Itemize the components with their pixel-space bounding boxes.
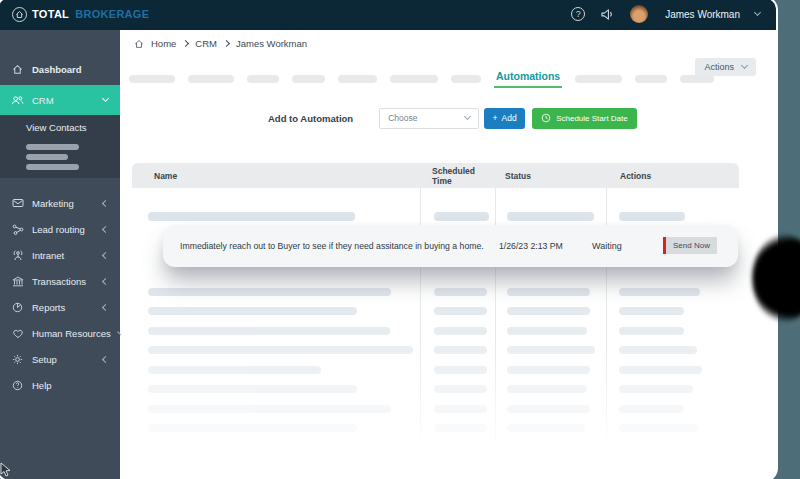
table-header: Name Scheduled Time Status Actions: [132, 163, 739, 188]
tab-skeleton: [188, 75, 234, 83]
envelope-icon: [11, 198, 24, 208]
skeleton-bar: [148, 424, 357, 432]
app-window: TOTAL BROKERAGE ? James Workman Dashboar…: [0, 0, 778, 479]
chevron-left-icon: [102, 303, 109, 310]
network-icon: [11, 224, 24, 235]
brand-logo: TOTAL BROKERAGE: [12, 7, 149, 22]
breadcrumb-item-contact[interactable]: James Workman: [236, 38, 307, 49]
gear-icon: [11, 354, 24, 365]
skeleton-bar: [434, 366, 487, 374]
crm-submenu: View Contacts: [0, 115, 120, 178]
sidebar-item-label: CRM: [32, 95, 95, 106]
skeleton-bar: [619, 307, 684, 315]
tab-skeleton: [247, 75, 279, 83]
sidebar-item-label: View Contacts: [26, 122, 87, 133]
automation-status: Waiting: [592, 225, 622, 267]
column-header-status: Status: [495, 171, 606, 181]
skeleton-bar: [434, 424, 487, 432]
people-icon: [11, 95, 24, 106]
heart-icon: [11, 328, 24, 339]
send-now-button[interactable]: Send Now: [663, 237, 717, 254]
logo-text-total: TOTAL: [32, 8, 69, 20]
home-icon: [11, 64, 24, 75]
automations-table: Name Scheduled Time Status Actions Immed…: [132, 163, 739, 475]
skeleton-bar: [434, 307, 487, 315]
mouse-cursor-icon: [0, 462, 11, 479]
sidebar-item-help[interactable]: Help: [0, 372, 120, 398]
table-row-skeleton: [132, 404, 739, 413]
skeleton-bar: [434, 327, 487, 335]
logo-text-brokerage: BROKERAGE: [75, 8, 149, 20]
sidebar-skeleton-bar: [26, 144, 79, 150]
sidebar-item-setup[interactable]: Setup: [0, 346, 120, 372]
skeleton-bar: [619, 288, 700, 296]
table-row-skeleton: [132, 346, 739, 355]
sidebar-skeleton-bar: [26, 164, 79, 170]
skeleton-bar: [507, 346, 595, 354]
bank-icon: [11, 276, 24, 287]
plus-icon: +: [493, 113, 498, 123]
chevron-left-icon: [102, 199, 109, 206]
sidebar-item-intranet[interactable]: Intranet: [0, 242, 120, 268]
chevron-left-icon: [102, 251, 109, 258]
tab-skeleton: [338, 75, 377, 83]
tab-automations[interactable]: Automations: [494, 70, 562, 88]
skeleton-bar: [434, 385, 487, 393]
chevron-down-icon: [464, 113, 471, 120]
sidebar-item-reports[interactable]: Reports: [0, 294, 120, 320]
chevron-left-icon: [102, 277, 109, 284]
table-row-skeleton: [132, 424, 739, 433]
skeleton-bar: [434, 288, 487, 296]
sidebar-item-crm[interactable]: CRM: [0, 85, 120, 115]
sidebar: Dashboard CRM View Contacts Marketing: [0, 30, 120, 479]
automation-toolbar: Add to Automation Choose + Add Schedule …: [268, 107, 637, 129]
table-row-skeleton: [132, 307, 739, 316]
skeleton-bar: [619, 327, 684, 335]
breadcrumb-separator-icon: [182, 40, 189, 47]
sidebar-item-transactions[interactable]: Transactions: [0, 268, 120, 294]
skeleton-bar: [507, 327, 587, 335]
sidebar-item-label: Reports: [32, 302, 95, 313]
highlighted-automation-row[interactable]: Immediately reach out to Buyer to see if…: [163, 225, 738, 267]
breadcrumb-separator-icon: [223, 40, 230, 47]
skeleton-bar: [507, 366, 590, 374]
breadcrumb-home-icon[interactable]: [134, 39, 144, 49]
tab-skeleton: [575, 75, 622, 83]
sidebar-item-view-contacts[interactable]: View Contacts: [0, 115, 120, 140]
skeleton-bar: [619, 405, 684, 413]
skeleton-bar: [507, 405, 590, 413]
sidebar-item-dashboard[interactable]: Dashboard: [0, 56, 120, 82]
user-avatar[interactable]: [630, 5, 648, 23]
clock-icon: [541, 113, 551, 123]
automation-scheduled-time: 1/26/23 2:13 PM: [499, 225, 563, 267]
help-icon[interactable]: ?: [571, 7, 585, 21]
main-content: Home CRM James Workman Actions Automatio…: [120, 30, 776, 479]
skeleton-bar: [619, 424, 699, 432]
automation-select[interactable]: Choose: [379, 108, 479, 129]
sidebar-item-human-resources[interactable]: Human Resources: [0, 320, 120, 346]
skeleton-bar: [507, 307, 590, 315]
breadcrumb-item-crm[interactable]: CRM: [195, 38, 217, 49]
skeleton-bar: [434, 346, 487, 354]
chevron-down-icon: [741, 62, 748, 69]
house-logo-icon: [12, 7, 27, 22]
sidebar-item-lead-routing[interactable]: Lead routing: [0, 216, 120, 242]
skeleton-bar: [434, 405, 487, 413]
skeleton-bar: [507, 424, 585, 432]
sidebar-item-marketing[interactable]: Marketing: [0, 190, 120, 216]
user-name[interactable]: James Workman: [665, 9, 740, 20]
tab-skeleton: [635, 75, 667, 83]
breadcrumb-item-home[interactable]: Home: [151, 38, 176, 49]
automation-select-value: Choose: [388, 113, 417, 123]
table-row-skeleton: [132, 365, 739, 374]
megaphone-icon[interactable]: [600, 8, 615, 21]
add-button-label: Add: [502, 113, 517, 123]
pie-chart-icon: [11, 302, 24, 313]
sidebar-item-label: Intranet: [32, 250, 95, 261]
sidebar-item-label: Human Resources: [32, 328, 111, 339]
user-menu-chevron-icon[interactable]: [754, 9, 761, 16]
tab-skeletons-before: [129, 75, 481, 83]
schedule-start-date-button[interactable]: Schedule Start Date: [532, 108, 637, 129]
add-button[interactable]: + Add: [484, 108, 525, 129]
add-to-automation-label: Add to Automation: [268, 113, 353, 124]
